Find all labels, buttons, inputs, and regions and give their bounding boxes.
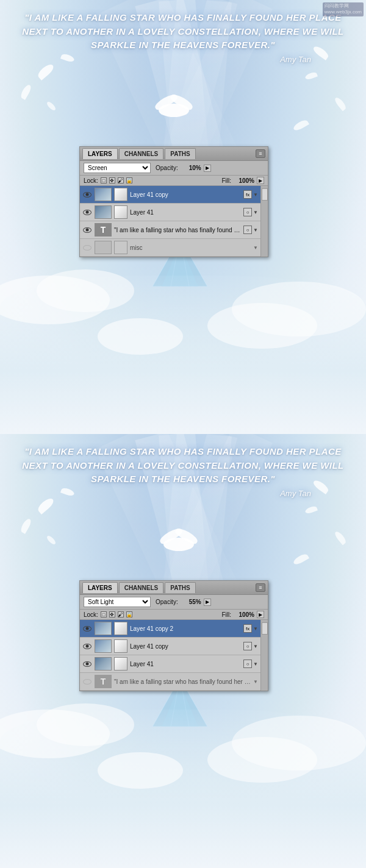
layer-arrow: ▼ [253,644,258,649]
tab-channels[interactable]: CHANNELS [119,148,164,159]
opacity-arrow-2[interactable]: ▶ [204,599,211,606]
top-panel: "I am like a falling star who has finall… [0,0,366,434]
eye-button[interactable] [82,225,92,235]
layer-row[interactable]: Layer 41 copy 2 fx ▼ [80,620,260,638]
layer-arrow: ▼ [253,227,258,233]
layer-mask-thumbnail [114,188,127,201]
layer-arrow: ▼ [253,626,258,631]
lock-icon-padlock[interactable]: 🔒 [126,177,132,183]
fill-value-2: 100% [234,611,254,618]
layer-fx-button[interactable]: fx [243,624,252,633]
eye-button[interactable] [82,641,92,651]
eye-button[interactable] [82,677,92,686]
layer-row[interactable]: Layer 41 copy fx ▼ [80,186,260,204]
tab-channels-2[interactable]: CHANNELS [119,582,164,593]
lock-icon-brush[interactable]: 🖌 [118,177,124,183]
eye-button[interactable] [82,243,92,252]
lock-fill-row: Lock: □ ✥ 🖌 🔒 Fill: 100% ▶ [80,176,268,186]
scrollbar-thumb-2[interactable] [262,622,268,635]
scrollbar-2[interactable] [260,620,268,691]
quote-main-text-2: "I am like a falling star who has finall… [18,445,348,486]
fill-label-2: Fill: [221,611,231,618]
tab-layers[interactable]: LAYERS [82,148,118,159]
cloud-puff [37,703,134,746]
panel-menu-button-2[interactable] [256,583,265,592]
layer-name: Layer 41 copy 2 [130,625,241,632]
fill-value: 100% [234,177,254,184]
layer-thumbnail [95,657,112,671]
lock-icon-brush-2[interactable]: 🖌 [118,611,124,617]
eye-icon-off [83,679,92,685]
layer-fx-button[interactable]: ○ [243,208,252,216]
text-layer-icon: T [95,675,111,688]
layer-options: ○ ▼ [243,208,258,216]
layer-mask-thumbnail [114,657,127,671]
blend-mode-select-2[interactable]: Soft Light [84,597,151,607]
layer-row[interactable]: misc ▼ [80,239,260,257]
layer-fx-button[interactable]: ○ [243,642,252,650]
layer-fx-button[interactable]: fx [243,190,252,199]
cloud-puff [98,318,183,355]
quote-main-text: "I am like a falling star who has finall… [18,11,348,52]
eye-button[interactable] [82,190,92,199]
fill-arrow-2[interactable]: ▶ [257,611,264,618]
layers-panel-1[interactable]: LAYERS CHANNELS PATHS Screen Opacity: 10… [79,146,268,257]
layers-list: Layer 41 copy fx ▼ Layer 41 ○ ▼ [80,186,260,257]
eye-icon [83,661,92,667]
lock-icon-move-2[interactable]: ✥ [109,611,115,617]
layer-arrow: ▼ [253,245,258,251]
fill-arrow[interactable]: ▶ [257,177,264,184]
lock-label-2: Lock: [84,611,98,618]
layer-thumbnail: T [95,223,112,237]
lock-icon-check[interactable]: □ [101,177,107,183]
layer-fx-button[interactable]: ○ [243,226,252,234]
layer-row[interactable]: Layer 41 ○ ▼ [80,204,260,221]
scrollbar[interactable] [260,186,268,257]
tab-paths-2[interactable]: PATHS [165,582,195,593]
eye-icon [83,210,92,215]
cloud-puff [37,269,134,312]
layer-row[interactable]: T "I am like a falling star who has fina… [80,673,260,691]
opacity-label: Opacity: [156,165,178,171]
dove [159,104,189,117]
quote-block: "I am like a falling star who has finall… [0,11,366,64]
opacity-label-2: Opacity: [156,599,178,605]
blend-opacity-row: Screen Opacity: 10% ▶ [80,161,268,176]
layer-thumbnail [95,205,112,219]
cloud-puff [98,752,183,789]
tab-layers-2[interactable]: LAYERS [82,582,118,593]
layer-options: fx ▼ [243,190,258,199]
layer-fx-button[interactable]: ○ [243,660,252,668]
layer-arrow: ▼ [253,661,258,667]
panel-menu-button[interactable] [256,149,265,158]
layer-thumbnail [95,622,112,635]
opacity-value: 10% [181,165,201,171]
eye-button[interactable] [82,624,92,633]
watermark: 闷闷教学网 www.web3jx.com [323,2,364,16]
lock-label: Lock: [84,177,98,184]
scrollbar-thumb[interactable] [262,188,268,201]
eye-button[interactable] [82,659,92,669]
layer-name: "I am like a falling star who has finall… [114,678,251,685]
opacity-value-2: 55% [181,599,201,605]
blend-mode-select[interactable]: Screen [84,163,151,173]
layer-thumbnail: T [95,675,112,688]
lock-fill-row-2: Lock: □ ✥ 🖌 🔒 Fill: 100% ▶ [80,610,268,620]
lock-icon-move[interactable]: ✥ [109,177,115,183]
layer-row[interactable]: T "I am like a falling star who has fina… [80,221,260,239]
lock-icon-check-2[interactable]: □ [101,611,107,617]
eye-button[interactable] [82,207,92,217]
opacity-arrow[interactable]: ▶ [204,165,211,172]
layers-panel-2[interactable]: LAYERS CHANNELS PATHS Soft Light Opacity… [79,580,268,691]
layer-mask-thumbnail [114,205,127,219]
lock-icon-padlock-2[interactable]: 🔒 [126,611,132,617]
layer-row[interactable]: Layer 41 copy ○ ▼ [80,638,260,655]
layer-options: ○ ▼ [243,226,258,234]
layer-row[interactable]: Layer 41 ○ ▼ [80,655,260,673]
layer-name: Layer 41 [130,209,241,216]
quote-block-2: "I am like a falling star who has finall… [0,445,366,498]
tab-paths[interactable]: PATHS [165,148,195,159]
eye-icon [83,644,92,649]
panel-header: LAYERS CHANNELS PATHS [80,147,268,161]
cloud-puff [207,303,317,349]
